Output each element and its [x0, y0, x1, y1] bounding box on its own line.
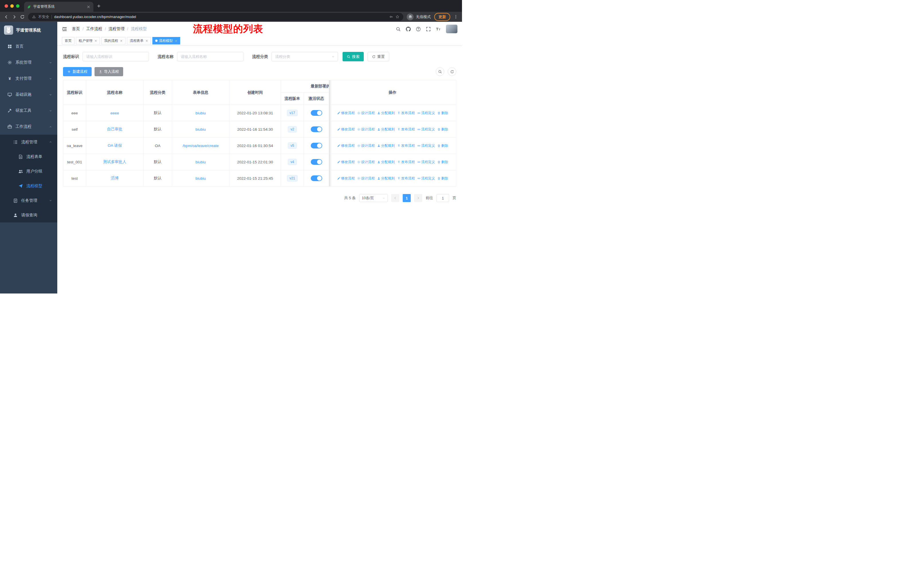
form-link[interactable]: biubiu: [195, 127, 206, 132]
active-toggle[interactable]: [311, 126, 322, 132]
goto-page-input[interactable]: [437, 194, 449, 202]
search-icon[interactable]: [396, 26, 401, 31]
model-name-link[interactable]: 自己审批: [107, 127, 122, 131]
security-label[interactable]: 不安全: [38, 14, 49, 20]
github-icon[interactable]: [406, 26, 411, 31]
process-key-input[interactable]: [82, 52, 149, 61]
model-name-link[interactable]: 滔博: [111, 176, 119, 180]
model-name-link[interactable]: OA 请假: [108, 143, 122, 147]
page-number-button[interactable]: 1: [403, 194, 411, 202]
action-assign-link[interactable]: 分配规则: [377, 127, 395, 132]
update-button[interactable]: 更新: [434, 13, 450, 21]
view-tag[interactable]: 我的流程: [101, 37, 125, 45]
active-toggle[interactable]: [311, 159, 322, 165]
action-design-link[interactable]: 设计流程: [357, 143, 375, 148]
next-page-button[interactable]: [414, 194, 422, 202]
sidebar-item-devtools[interactable]: 研发工具: [0, 103, 57, 119]
sidebar-item-leave-query[interactable]: 请假查询: [0, 208, 57, 222]
action-delete-link[interactable]: 删除: [437, 160, 448, 165]
password-key-icon[interactable]: [389, 15, 393, 19]
reload-button[interactable]: [20, 15, 25, 19]
view-tag[interactable]: 流程模型: [152, 37, 180, 45]
new-tab-button[interactable]: [97, 4, 101, 8]
import-process-button[interactable]: 导入流程: [94, 67, 123, 76]
breadcrumb-item[interactable]: 首页: [72, 26, 80, 31]
fullscreen-icon[interactable]: [426, 26, 431, 31]
action-modify-link[interactable]: 修改流程: [337, 143, 355, 148]
action-publish-link[interactable]: 发布流程: [397, 111, 415, 116]
action-publish-link[interactable]: 发布流程: [397, 127, 415, 132]
model-name-link[interactable]: eeee: [110, 111, 119, 115]
url-text[interactable]: dashboard.yudao.iocoder.cn/bpm/manager/m…: [54, 15, 387, 19]
tab-close-icon[interactable]: [86, 5, 91, 9]
breadcrumb-item[interactable]: 流程管理: [109, 26, 125, 31]
action-modify-link[interactable]: 修改流程: [337, 111, 355, 116]
action-publish-link[interactable]: 发布流程: [397, 160, 415, 165]
sidebar-item-process-form[interactable]: 流程表单: [0, 149, 57, 164]
model-name-link[interactable]: 测试多审批人: [103, 160, 126, 164]
window-close-button[interactable]: [5, 4, 8, 8]
form-link[interactable]: biubiu: [195, 111, 206, 115]
action-definition-link[interactable]: 流程定义: [417, 160, 435, 165]
form-link[interactable]: biubiu: [195, 160, 206, 164]
action-delete-link[interactable]: 删除: [437, 176, 448, 181]
help-icon[interactable]: [416, 26, 421, 31]
sidebar-item-process-mgmt[interactable]: 流程管理: [0, 135, 57, 149]
forward-button[interactable]: [12, 15, 16, 19]
action-assign-link[interactable]: 分配规则: [377, 176, 395, 181]
sidebar-item-process-model[interactable]: 流程模型: [0, 179, 57, 193]
browser-tab[interactable]: 芋道管理系统: [24, 2, 93, 12]
sidebar-item-infrastructure[interactable]: 基础设施: [0, 86, 57, 103]
action-assign-link[interactable]: 分配规则: [377, 111, 395, 116]
form-link[interactable]: /bpm/oa/leave/create: [182, 144, 219, 148]
form-link[interactable]: biubiu: [195, 176, 206, 180]
sidebar-collapse-icon[interactable]: [62, 26, 67, 32]
sidebar-item-workflow[interactable]: 工作流程: [0, 119, 57, 135]
window-minimize-button[interactable]: [10, 4, 14, 8]
active-toggle[interactable]: [311, 143, 322, 149]
process-name-input[interactable]: [177, 52, 243, 61]
search-button[interactable]: 搜索: [343, 52, 364, 61]
category-select[interactable]: 流程分类: [272, 52, 338, 61]
action-design-link[interactable]: 设计流程: [357, 127, 375, 132]
action-assign-link[interactable]: 分配规则: [377, 160, 395, 165]
prev-page-button[interactable]: [391, 194, 399, 202]
user-avatar[interactable]: [446, 25, 457, 33]
action-modify-link[interactable]: 修改流程: [337, 176, 355, 181]
action-modify-link[interactable]: 修改流程: [337, 127, 355, 132]
bookmark-star-icon[interactable]: [396, 15, 399, 19]
toggle-search-button[interactable]: [436, 67, 444, 76]
back-button[interactable]: [4, 15, 8, 19]
reset-button[interactable]: 重置: [368, 52, 389, 61]
action-design-link[interactable]: 设计流程: [357, 111, 375, 116]
sidebar-item-task-mgmt[interactable]: 任务管理: [0, 193, 57, 208]
sidebar-item-system[interactable]: 系统管理: [0, 55, 57, 71]
browser-menu-icon[interactable]: [454, 15, 458, 19]
action-publish-link[interactable]: 发布流程: [397, 176, 415, 181]
action-publish-link[interactable]: 发布流程: [397, 143, 415, 148]
sidebar-item-payment[interactable]: ¥支付管理: [0, 71, 57, 86]
action-assign-link[interactable]: 分配规则: [377, 143, 395, 148]
view-tag[interactable]: 首页: [62, 37, 74, 45]
sidebar-item-user-group[interactable]: 用户分组: [0, 164, 57, 179]
active-toggle[interactable]: [311, 175, 322, 181]
action-delete-link[interactable]: 删除: [437, 143, 448, 148]
action-definition-link[interactable]: 流程定义: [417, 143, 435, 148]
view-tag[interactable]: 流程表单: [127, 37, 151, 45]
window-zoom-button[interactable]: [16, 4, 20, 8]
action-definition-link[interactable]: 流程定义: [417, 127, 435, 132]
view-tag[interactable]: 租户管理: [76, 37, 100, 45]
action-design-link[interactable]: 设计流程: [357, 160, 375, 165]
action-definition-link[interactable]: 流程定义: [417, 111, 435, 116]
sidebar-item-home[interactable]: 首页: [0, 38, 57, 55]
action-design-link[interactable]: 设计流程: [357, 176, 375, 181]
action-definition-link[interactable]: 流程定义: [417, 176, 435, 181]
action-delete-link[interactable]: 删除: [437, 127, 448, 132]
breadcrumb-item[interactable]: 工作流程: [86, 26, 102, 31]
font-size-icon[interactable]: TT: [436, 26, 441, 31]
action-modify-link[interactable]: 修改流程: [337, 160, 355, 165]
action-delete-link[interactable]: 删除: [437, 111, 448, 116]
refresh-table-button[interactable]: [448, 67, 456, 76]
address-bar[interactable]: 不安全 dashboard.yudao.iocoder.cn/bpm/manag…: [28, 13, 403, 21]
create-process-button[interactable]: 新建流程: [63, 67, 92, 76]
